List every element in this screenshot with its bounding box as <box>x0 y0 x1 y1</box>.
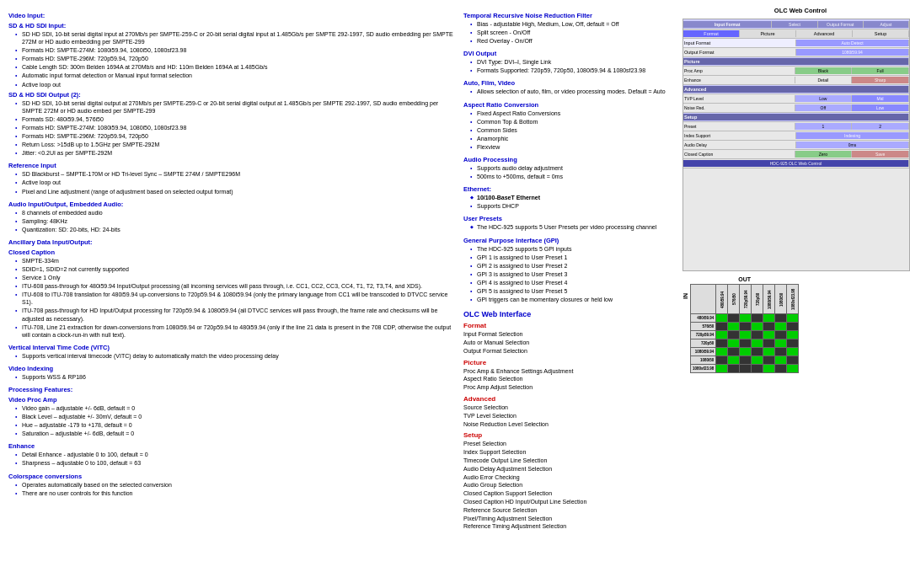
olc-format-item-2: Auto or Manual Selection <box>463 339 676 347</box>
bullet-audio-3: Quantization: SD: 20-bits, HD: 24-bits <box>15 226 455 233</box>
olc-setup-item-5: Audio Error Checking <box>463 473 676 482</box>
in-label: IN <box>682 293 688 299</box>
screen-preset-1[interactable]: 1 <box>795 123 853 130</box>
bullet-dvi-2: Formats Supported: 720p59, 720p50, 1080i… <box>470 67 676 74</box>
screen-setup-header: Setup <box>683 114 909 120</box>
bullet-gpi-4: GPI 3 is assigned to User Preset 3 <box>470 270 676 278</box>
screen-index-val[interactable]: Indexing <box>796 132 909 139</box>
matrix-cell-2-4 <box>763 331 775 339</box>
enhance-list: Detail Enhance - adjustable 0 to 100, de… <box>8 451 455 467</box>
right-column: Temporal Recursive Noise Reduction Filte… <box>463 7 910 581</box>
matrix-cell-2-3 <box>752 331 763 339</box>
bullet-sdi-1: SD HD SDI, 10-bit serial digital input a… <box>15 30 455 45</box>
bullet-gpi-2: GPI 1 is assigned to User Preset 1 <box>470 254 676 261</box>
olc-setup-item-10: Pixel/Timing Adjustment Selection <box>463 515 676 523</box>
olc-advanced-item-1: Source Selection <box>463 404 676 412</box>
screen-tab-picture[interactable]: Picture <box>740 30 796 37</box>
screen-tab-setup[interactable]: Setup <box>853 30 909 37</box>
bullet-dvi-1: DVI Type: DVI–I, Single Link <box>470 58 676 66</box>
screen-preset-2[interactable]: 2 <box>852 123 909 130</box>
bullet-gpi-5: GPI 4 is assigned to User Preset 4 <box>470 279 676 286</box>
enhance-title: Enhance <box>8 442 455 450</box>
screen-nr-off[interactable]: Off <box>795 104 853 111</box>
screen-cc-label: Closed Caption <box>683 151 795 158</box>
video-indexing-list: Supports WSS & RP186 <box>8 373 455 381</box>
bullet-ar-4: Anamorphic <box>470 135 676 142</box>
bullet-ref-1: SD Blackburst – SMPTE-170M or HD Tri-lev… <box>15 170 455 178</box>
matrix-col-1080i50: 1080i50 <box>775 285 787 314</box>
matrix-cell-0-2 <box>740 314 752 323</box>
screen-nr-label: Noise Red. <box>683 104 795 111</box>
olc-format-item-1: Input Format Selection <box>463 330 676 339</box>
bullet-sdout-3: Formats HD: SMPTE-274M: 1080i59.94, 1080… <box>15 124 455 131</box>
screen-tab-advanced[interactable]: Advanced <box>796 30 853 37</box>
bullet-sdi-4: Cable Length SD: 300m Belden 1694A at 27… <box>15 63 455 71</box>
temporal-list: Bias - adjustable High, Medium, Low, Off… <box>463 20 676 45</box>
screen-tab-format[interactable]: Format <box>683 30 740 37</box>
aspect-ratio-title: Aspect Ratio Conversion <box>463 101 676 109</box>
olc-setup-item-7: Closed Caption Support Selection <box>463 489 676 498</box>
right-text-section: Temporal Recursive Noise Reduction Filte… <box>463 7 682 581</box>
screen-advanced-header: Advanced <box>683 86 909 93</box>
bullet-cc-7: ITU-708, Line 21 extraction for down-con… <box>15 323 455 339</box>
bullet-cc-5: ITU-608 to ITU-708 translation for 480i5… <box>15 291 455 306</box>
matrix-cell-3-4 <box>763 339 775 348</box>
screen-cc-zero: Zero <box>795 151 853 158</box>
screen-tvp-low[interactable]: Low <box>795 95 853 102</box>
matrix-cell-3-1 <box>728 339 740 348</box>
screen-tvp-label: TVP Level <box>683 95 795 102</box>
matrix-cell-2-6 <box>787 331 799 339</box>
bullet-pa-2: Black Level – adjustable +/- 30mV, defau… <box>15 413 455 420</box>
olc-advanced-item-2: TVP Level Selection <box>463 412 676 420</box>
sd-hd-sdi-input-subtitle: SD & HD SDI Input: <box>8 22 455 29</box>
olc-setup-item-9: Reference Source Selection <box>463 506 676 515</box>
matrix-cell-4-2 <box>740 348 752 356</box>
matrix-row-label-1: 576i50 <box>691 323 716 331</box>
olc-setup-item-11: Reference Timing Adjustment Selection <box>463 522 676 531</box>
screen-header-1: Input Format <box>683 21 772 28</box>
bullet-sdout-1: SD HD SDI, 10-bit serial digital output … <box>15 99 455 115</box>
matrix-cell-0-4 <box>763 314 775 323</box>
bullet-sdi-6: Active loop out <box>15 81 455 88</box>
matrix-row-label-2: 720p59.94 <box>691 331 716 339</box>
screen-row-2-val[interactable]: 1080i59.94 <box>796 49 909 56</box>
bullet-sdout-4: Formats HD: SMPTE-296M: 720p59.94, 720p5… <box>15 132 455 140</box>
screen-header-2: Select <box>772 21 817 28</box>
screen-cc-save[interactable]: Save <box>852 151 909 158</box>
olc-format-section: Format Input Format Selection Auto or Ma… <box>463 322 676 355</box>
matrix-cell-2-5 <box>775 331 787 339</box>
bullet-tmp-1: Bias - adjustable High, Medium, Low, Off… <box>470 20 676 28</box>
matrix-cell-5-3 <box>752 356 763 365</box>
matrix-cell-5-5 <box>775 356 787 365</box>
screen-nr-low[interactable]: Low <box>852 104 909 111</box>
audio-proc-list: Supports audio delay adjustment 500ms to… <box>463 164 676 180</box>
bullet-ap-1: Supports audio delay adjustment <box>470 164 676 172</box>
olc-picture-section: Picture Proc Amp & Enhance Settings Adju… <box>463 359 676 392</box>
bullet-cs-1: Operates automatically based on the sele… <box>15 481 455 489</box>
matrix-cell-6-0 <box>716 365 728 373</box>
screen-proc-full: Full <box>852 67 909 74</box>
user-presets-list: The HDC-925 supports 5 User Presets per … <box>463 223 676 231</box>
video-indexing-title: Video Indexing <box>8 365 455 372</box>
olc-advanced-section: Advanced Source Selection TVP Level Sele… <box>463 395 676 428</box>
matrix-cell-1-0 <box>716 323 728 331</box>
left-column: Video Input: SD & HD SDI Input: SD HD SD… <box>8 7 463 581</box>
bullet-ar-5: Flexview <box>470 143 676 151</box>
screen-tvp-mid[interactable]: Mid <box>852 95 909 102</box>
bullet-ref-2: Active loop out <box>15 179 455 186</box>
ethernet-list: 10/100-BaseT Ethernet Supports DHCP <box>463 194 676 210</box>
bullet-sdout-2: Formats SD: 480i59.94, 576i50 <box>15 115 455 123</box>
screen-row-1-val[interactable]: Auto Detect <box>796 40 909 46</box>
bullet-audio-2: Sampling: 48KHz <box>15 217 455 225</box>
gpi-list: The HDC-925 supports 5 GPI inputs GPI 1 … <box>463 245 676 304</box>
olc-setup-item-8: Closed Caption HD Input/Output Line Sele… <box>463 498 676 506</box>
bullet-eth-1: 10/100-BaseT Ethernet <box>470 194 676 201</box>
bullet-cc-6: ITU-708 pass-through for HD Input/Output… <box>15 307 455 322</box>
matrix-col-720p50: 720p50 <box>752 285 763 314</box>
audio-io-list: 8 channels of embedded audio Sampling: 4… <box>8 209 455 233</box>
bullet-cc-1: SMPTE-334m <box>15 257 455 265</box>
gpi-title: General Purpose Interface (GPI) <box>463 237 676 244</box>
bullet-en-1: Detail Enhance - adjustable 0 to 100, de… <box>15 451 455 458</box>
olc-web-control-label: OLC Web Control <box>682 7 910 14</box>
bullet-ref-3: Pixel and Line adjustment (range of adju… <box>15 188 455 195</box>
